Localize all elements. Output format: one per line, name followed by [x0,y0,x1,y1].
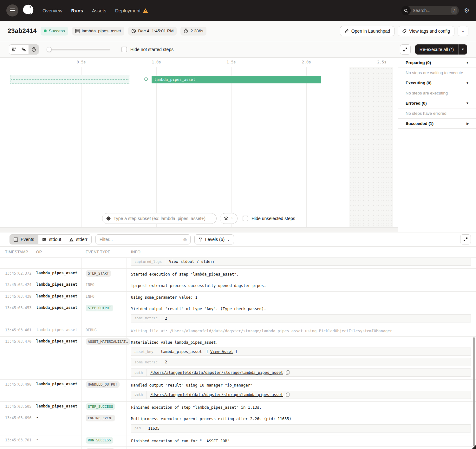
chevron-down-icon: ⌄ [462,29,464,33]
event-op: - [33,413,82,435]
window-resize-grip[interactable] [472,445,476,449]
log-filter-input[interactable] [100,237,180,242]
event-info-cell: Yielded output "result" of type "Any". (… [127,303,476,325]
metadata-key: some_metric [131,315,161,322]
copy-icon[interactable] [286,370,290,375]
slider-track [47,49,110,50]
event-timestamp: 13:45:03.696 [0,413,33,435]
dagster-logo-icon[interactable] [21,3,36,18]
metadata-key: path [131,391,147,399]
view-mode-timed-button[interactable] [29,45,39,54]
hide-unselected-checkbox[interactable] [243,216,248,221]
event-info-text: Handled output "result" using IO manager… [131,382,471,388]
table-row[interactable]: 13:45:03.696-ENGINE_EVENTMultiprocess ex… [0,413,476,435]
metadata-link[interactable]: /Users/alangenfeld/data/dagster/storage/… [150,393,283,397]
events-vertical-scrollbar[interactable] [473,337,475,446]
event-op: lambda_pipes_asset [33,402,82,413]
step-subset-input[interactable] [114,216,212,221]
global-search[interactable]: / [401,6,459,15]
gantt-fullscreen-button[interactable] [400,44,411,55]
gantt-bar-lambda-pipes-asset[interactable]: lambda_pipes_asset [152,76,321,83]
hide-not-started-checkbox[interactable] [121,47,127,52]
stopwatch-icon [184,29,188,33]
gantt-zoom-slider[interactable] [47,47,110,52]
section-executing[interactable]: Executing (0) ▼ [398,78,476,88]
table-row[interactable]: 13:45:03.438lambda_pipes_assetINFOUsing … [0,292,476,303]
event-type-badge: ASSET_MATERIALIZAT… [86,338,130,345]
nav-item-deployment[interactable]: Deployment [115,8,148,13]
table-row[interactable]: captured_logsView stdout / stderr [0,258,476,269]
table-row[interactable]: 13:45:03.461lambda_pipes_assetDEBUGWriti… [0,325,476,337]
graph-query-toggle-button[interactable]: ⌄ [220,213,238,224]
tab-stderr[interactable]: stderr [65,234,92,244]
metadata-entry: captured_logsView stdout / stderr [131,258,471,266]
expand-icon [463,237,468,242]
warning-icon [143,8,148,13]
status-badge: Success [41,27,68,36]
axis-tick: 1.5s [227,60,236,64]
search-input[interactable] [411,8,451,13]
event-type-cell: DEBUG [82,325,127,336]
section-errored[interactable]: Errored (0) ▼ [398,98,476,108]
gantt-horizontal-scrollbar[interactable] [0,227,398,232]
table-row[interactable]: 13:45:03.505lambda_pipes_assetSTEP_SUCCE… [0,402,476,413]
job-pill[interactable]: lambda_pipes_asset [72,27,124,36]
menu-button[interactable] [6,4,18,16]
view-tags-config-button[interactable]: View tags and config [398,26,454,36]
tab-stdout[interactable]: stdout [38,234,65,244]
slider-handle[interactable] [47,47,52,52]
reexecute-options-button[interactable]: ▾ [458,44,467,55]
metadata-entry: path/Users/alangenfeld/data/dagster/stor… [131,368,471,377]
event-type-cell [82,258,127,268]
step-waiting-segment [10,75,129,84]
clear-filter-icon[interactable]: ⊗ [183,237,187,242]
event-info-text: Materialized value lambda_pipes_asset. [131,339,471,345]
view-asset-link[interactable]: View Asset [210,349,233,354]
table-row[interactable]: 13:45:03.453lambda_pipes_assetSTEP_OUTPU… [0,303,476,325]
event-info-cell: Using some_parameter value: 1 [127,292,476,303]
open-in-launchpad-button[interactable]: Open in Launchpad [340,26,394,36]
table-row[interactable]: 13:45:03.470lambda_pipes_assetASSET_MATE… [0,337,476,380]
nav-item-runs[interactable]: Runs [71,8,83,13]
metadata-text: 2 [165,360,167,364]
table-row[interactable]: 13:45:03.701-RUN_SUCCESSFinished executi… [0,435,476,447]
section-executing-body: No steps are executing [398,88,476,98]
table-row[interactable]: 13:45:02.372lambda_pipes_assetSTEP_START… [0,269,476,280]
table-row[interactable]: 13:45:03.424lambda_pipes_assetINFO[pipes… [0,280,476,291]
metadata-link[interactable]: /Users/alangenfeld/data/dagster/storage/… [150,370,283,375]
table-row[interactable]: 13:45:03.716-ENGINE_EVENTProcess for run… [0,447,476,449]
view-mode-waterfall-button[interactable] [19,45,29,54]
metadata-text: lambda_pipes_asset [161,349,202,354]
step-subset-field[interactable] [102,213,217,224]
column-header-op: OP [33,250,82,254]
event-info-text: [pipes] external process successfully op… [131,282,471,289]
table-row[interactable]: 13:45:03.498lambda_pipes_assetHANDLED_OU… [0,380,476,401]
events-fullscreen-button[interactable] [460,234,471,244]
event-op: lambda_pipes_asset [33,269,82,280]
after-run-end-region [349,67,393,227]
tab-events[interactable]: Events [10,234,38,244]
metadata-text: 11635 [148,426,160,431]
section-preparing[interactable]: Preparing (0) ▼ [398,58,476,68]
axis-tick: 2.0s [302,60,311,64]
copy-icon[interactable] [286,393,290,397]
event-timestamp: 13:45:03.701 [0,435,33,446]
event-timestamp: 13:45:03.470 [0,337,33,379]
run-actions-menu-button[interactable]: ⌄ [458,26,468,36]
nav-item-overview[interactable]: Overview [42,8,62,13]
section-succeeded[interactable]: Succeeded (1) ▶ [398,119,476,129]
top-nav: Overview Runs Assets Deployment / ⚙ [0,0,476,21]
axis-tick: 1.0s [152,60,161,64]
event-type-badge: RUN_SUCCESS [86,437,113,444]
nav-item-assets[interactable]: Assets [92,8,106,13]
reexecute-all-button[interactable]: Re-execute all (*) [415,44,458,55]
tag-icon [402,29,407,33]
events-panel: Events stdout stderr ⊗ Levels [0,232,476,449]
log-filter-field[interactable]: ⊗ [95,234,191,244]
event-timestamp: 13:45:03.424 [0,280,33,291]
view-mode-flat-button[interactable] [9,45,19,54]
chevron-down-icon: ▼ [466,81,469,85]
gear-icon[interactable]: ⚙ [464,7,470,14]
event-info-cell: Process for run exited (pid: 11635). [127,447,476,449]
levels-dropdown[interactable]: Levels (6) ⌄ [194,234,234,244]
